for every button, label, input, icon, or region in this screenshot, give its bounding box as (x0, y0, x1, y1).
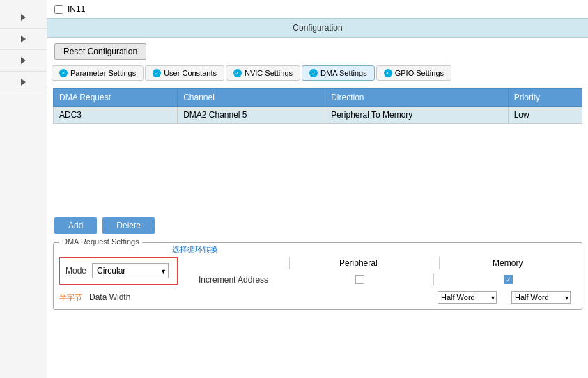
tab-nvic-settings[interactable]: ✓ NVIC Settings (226, 65, 300, 81)
dma-table-container: DMA Request Channel Direction Priority A… (47, 84, 588, 128)
tab-check-icon: ✓ (153, 69, 161, 77)
increment-address-label: Increment Address (199, 275, 289, 285)
sidebar-item-1[interactable] (0, 7, 47, 29)
col-channel: Channel (178, 89, 325, 107)
reset-config-button[interactable]: Reset Configuration (54, 43, 146, 60)
tab-gpio-settings[interactable]: ✓ GPIO Settings (376, 65, 451, 81)
mode-select[interactable]: Circular Normal (92, 263, 169, 278)
main-content: IN11 Configuration Reset Configuration ✓… (47, 0, 588, 378)
tab-dma-settings[interactable]: ✓ DMA Settings (302, 65, 375, 81)
pm-headers: Peripheral Memory (199, 257, 576, 269)
tab-user-constants[interactable]: ✓ User Constants (145, 65, 224, 81)
chevron-right-icon (21, 79, 26, 86)
dma-table: DMA Request Channel Direction Priority A… (53, 88, 582, 124)
sidebar (0, 0, 47, 378)
data-width-label: Data Width (89, 292, 130, 302)
table-row[interactable]: ADC3 DMA2 Channel 5 Peripheral To Memory… (54, 107, 582, 124)
memory-width-wrapper: Half Word Byte Word ▾ (511, 291, 571, 304)
tab-label-parameter: Parameter Settings (70, 69, 136, 77)
tab-parameter-settings[interactable]: ✓ Parameter Settings (52, 65, 144, 81)
tab-check-icon: ✓ (384, 69, 392, 77)
settings-grid: Mode Circular Normal ▾ Peripheral Memory (59, 257, 576, 285)
in11-checkbox[interactable] (54, 5, 63, 14)
add-button[interactable]: Add (54, 217, 97, 234)
data-width-selects: Half Word Byte Word ▾ Half Word Byte Wor… (438, 290, 576, 305)
memory-increment-checkbox[interactable]: ✓ (504, 275, 513, 284)
col-dma-request: DMA Request (54, 89, 178, 107)
pm-spacer (199, 257, 289, 269)
peripheral-increment-cell (292, 274, 428, 285)
dma-request-settings-panel: DMA Request Settings 选择循环转换 Mode Circula… (53, 242, 582, 310)
chevron-right-icon (21, 14, 26, 21)
data-width-tooltip: 半字节 (59, 292, 82, 303)
in11-row: IN11 (47, 0, 588, 18)
chevron-right-icon (21, 36, 26, 42)
check-divider (433, 274, 434, 285)
peripheral-memory-section: Peripheral Memory Increment Address ✓ (199, 257, 576, 285)
tab-label-gpio: GPIO Settings (395, 69, 444, 77)
action-buttons: Add Delete (47, 212, 588, 239)
dw-divider (504, 290, 504, 305)
increment-address-row: Increment Address ✓ (199, 274, 576, 285)
tabs-row: ✓ Parameter Settings ✓ User Constants ✓ … (47, 65, 588, 84)
peripheral-header: Peripheral (289, 257, 426, 269)
tab-label-nvic: NVIC Settings (245, 69, 293, 77)
mode-label: Mode (65, 266, 86, 276)
memory-header: Memory (439, 257, 576, 269)
peripheral-increment-checkbox[interactable] (355, 275, 364, 284)
cell-dma-request: ADC3 (54, 107, 178, 124)
tooltip-circular: 选择循环转换 (172, 244, 218, 255)
in11-label: IN11 (68, 4, 85, 14)
cell-priority: Low (508, 107, 582, 124)
chevron-right-icon (21, 57, 26, 64)
delete-button[interactable]: Delete (102, 217, 155, 234)
pm-checkboxes: ✓ (292, 274, 576, 285)
tab-label-dma: DMA Settings (320, 69, 367, 77)
cell-channel: DMA2 Channel 5 (178, 107, 325, 124)
configuration-header: Configuration (47, 18, 588, 38)
empty-area (47, 128, 588, 212)
reset-config-row: Reset Configuration (47, 38, 588, 65)
tab-check-icon: ✓ (233, 69, 242, 77)
peripheral-width-wrapper: Half Word Byte Word ▾ (438, 291, 497, 304)
sidebar-item-2[interactable] (0, 29, 47, 50)
data-width-left: Data Width (82, 292, 194, 302)
col-direction: Direction (325, 89, 508, 107)
sidebar-item-4[interactable] (0, 72, 47, 93)
tab-check-icon: ✓ (309, 69, 318, 77)
memory-width-select[interactable]: Half Word Byte Word (511, 291, 571, 304)
cell-direction: Peripheral To Memory (325, 107, 508, 124)
memory-increment-cell: ✓ (440, 274, 576, 285)
tab-check-icon: ✓ (59, 69, 68, 77)
sidebar-item-3[interactable] (0, 50, 47, 72)
data-width-row: 半字节 Data Width Half Word Byte Word ▾ (59, 290, 576, 305)
col-priority: Priority (508, 89, 582, 107)
mode-section: Mode Circular Normal ▾ (59, 257, 178, 285)
pm-divider (433, 257, 433, 269)
peripheral-width-select[interactable]: Half Word Byte Word (438, 291, 497, 304)
table-header-row: DMA Request Channel Direction Priority (54, 89, 582, 107)
mode-select-wrapper: Circular Normal ▾ (92, 263, 169, 278)
tab-label-user-constants: User Constants (164, 69, 217, 77)
dma-request-settings-legend: DMA Request Settings (59, 237, 142, 246)
